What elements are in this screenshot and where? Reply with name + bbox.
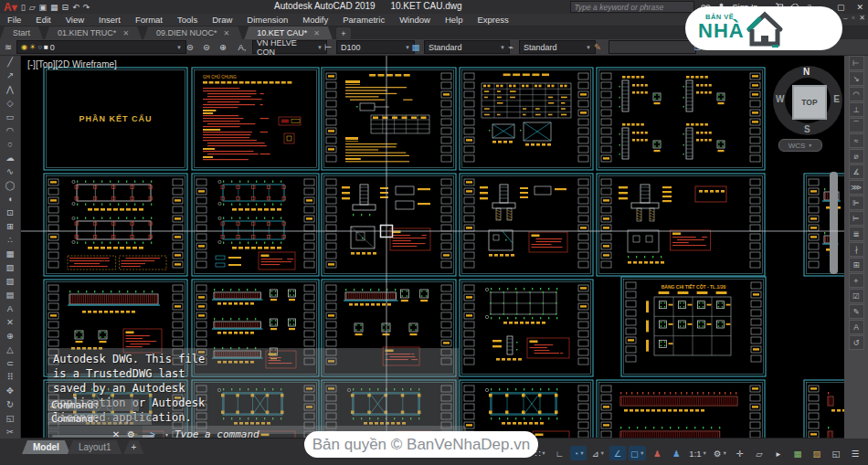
viewcube-south[interactable]: S [804,124,810,134]
status-isometric-drafting[interactable]: ⊿▼ [589,446,606,460]
line-icon[interactable]: ╱ [0,55,20,69]
menu-item-dimension[interactable]: Dimension [239,14,295,26]
arc-icon[interactable]: ◠ [0,123,20,137]
dim-quick-icon[interactable]: ⋙ [849,180,864,195]
menu-item-draw[interactable]: Draw [205,14,239,26]
dim-style-combo[interactable]: D100 ▼ [336,40,415,54]
dim-text-edit-icon[interactable]: A [849,320,864,334]
save-as-icon[interactable]: ▦ [50,3,58,12]
doc-minimize-button[interactable]: – [843,14,847,22]
status-units[interactable]: ▱ [751,446,767,460]
menu-item-express[interactable]: Express [470,14,515,26]
gradient-icon[interactable]: ▨ [0,260,20,274]
viewcube-east[interactable]: E [833,94,840,104]
create-block-icon[interactable]: ⊞ [0,219,20,233]
spline-icon[interactable]: ∿ [0,164,20,178]
save-icon[interactable]: ▣ [39,3,48,12]
match-properties-icon[interactable]: ✎ [590,40,605,53]
status-quick-properties[interactable]: ▸ [770,446,787,460]
rectangle-icon[interactable]: ▭ [0,110,20,123]
restore-button[interactable]: ▢ [834,3,848,12]
scale-icon[interactable]: ◱ [0,411,20,425]
rotate-icon[interactable]: ↻ [0,397,20,411]
layout-tab-model[interactable]: Model [22,440,70,454]
close-button[interactable]: ✕ [853,3,866,12]
array-icon[interactable]: ⠿ [0,370,20,384]
close-icon[interactable]: ✕ [224,29,230,37]
dim-style-icon[interactable]: ⊢ [322,40,334,53]
mleader-style-combo[interactable]: Standard ▼ [519,40,596,54]
dim-tolerance-icon[interactable]: ⊞ [849,258,864,272]
dim-edit-icon[interactable]: ✎ [849,304,864,319]
menu-item-view[interactable]: View [58,14,91,26]
undo-icon[interactable]: ↶ [72,3,79,12]
layer-isolate-icon[interactable]: ⊝ [199,40,214,53]
move-icon[interactable]: ✥ [0,384,20,397]
viewcube-top-face[interactable]: TOP [792,85,827,120]
multiline-text-icon[interactable]: A [0,301,20,315]
doc-restore-button[interactable]: ▫ [852,14,854,22]
viewport-label[interactable]: [-][Top][2D Wireframe] [27,59,117,69]
dim-update-icon[interactable]: ↺ [849,335,864,350]
status-annotation-visibility[interactable]: ♟ [649,446,665,460]
insert-block-icon[interactable]: ⊡ [0,206,20,219]
search-input[interactable] [570,1,694,13]
menu-item-modify[interactable]: Modify [295,14,335,26]
file-tab-10-ket-cau-[interactable]: 10.KET CAU*✕ [244,26,333,39]
dim-angular-icon[interactable]: ∡ [849,164,864,179]
dim-continue-icon[interactable]: ⊨ [849,211,864,226]
wcs-dropdown[interactable]: WCS ▼ [778,139,822,152]
new-tab-button[interactable]: + [336,27,351,39]
trim-icon[interactable]: ✂ [0,425,20,439]
open-icon[interactable]: ▱ [29,3,36,12]
dim-center-mark-icon[interactable]: ⌖ [849,273,864,288]
menu-item-tools[interactable]: Tools [170,14,205,26]
layout-tab-layout1[interactable]: Layout1 [68,440,122,454]
status-polar-tracking[interactable]: ◔▼ [570,446,587,460]
document-window-controls[interactable]: –▫✕ [843,14,865,22]
circle-icon[interactable]: ○ [0,137,20,151]
layer-states-icon[interactable]: ⊜ [183,40,197,53]
table-style-combo[interactable]: Standard ▼ [424,40,510,54]
polygon-icon[interactable]: ◇ [0,96,20,110]
dim-ordinate-icon[interactable]: ⊥ [849,102,864,117]
status-customization[interactable]: ☰ [847,446,863,460]
doc-close-button[interactable]: ✕ [859,14,865,22]
status-annotation-scale[interactable]: 1:1▼ [687,446,709,460]
status-graphics-performance[interactable]: ▦ [789,446,806,460]
viewcube-north[interactable]: N [803,67,810,77]
status-object-snap-tracking[interactable]: ∠ [609,446,626,460]
construction-line-icon[interactable]: ↗ [0,69,20,82]
offset-icon[interactable]: ⊂ [0,356,20,370]
dim-inspect-icon[interactable]: ☑ [849,289,864,303]
table-icon[interactable]: ▤ [0,288,20,301]
menu-item-file[interactable]: File [0,14,28,26]
status-isolate-objects[interactable]: ▨ [809,446,825,460]
status-annotation-monitor[interactable]: ✛ [732,446,748,460]
file-tab-start[interactable]: Start [0,26,43,39]
menu-item-edit[interactable]: Edit [28,14,58,26]
menu-item-parametric[interactable]: Parametric [335,14,392,26]
dim-aligned-icon[interactable]: ↘ [849,71,864,86]
hatch-icon[interactable]: ▦ [0,247,20,260]
chevron-down-icon[interactable]: ▼ [164,432,169,438]
status-workspace-switching[interactable]: ⚙▼ [712,446,729,460]
mirror-icon[interactable]: △ [0,343,20,356]
dim-arc-length-icon[interactable]: ◠ [849,87,864,101]
point-icon[interactable]: ∴ [0,233,20,247]
revision-cloud-icon[interactable]: ☁ [0,151,20,164]
layer-unisolate-icon[interactable]: ⊕ [216,40,230,53]
plot-icon[interactable]: ⊟ [62,3,69,12]
status-annotation-autoscale[interactable]: ♟ [668,446,684,460]
erase-icon[interactable]: ✕ [0,315,20,329]
menu-item-format[interactable]: Format [128,14,170,26]
dim-space-icon[interactable]: ≣ [849,227,864,241]
file-tab-01-kien-truc-[interactable]: 01.KIEN TRUC*✕ [45,26,142,39]
plot-style-field[interactable] [609,40,696,54]
status-clean-screen[interactable]: ◱ [828,446,844,460]
text-style-icon[interactable]: A, [234,40,250,53]
menu-item-window[interactable]: Window [392,14,438,26]
copy-icon[interactable]: ⊕ [0,329,20,343]
layer-properties-icon[interactable]: ≋ [2,40,15,53]
dim-jogged-icon[interactable]: ≈ [849,133,864,148]
